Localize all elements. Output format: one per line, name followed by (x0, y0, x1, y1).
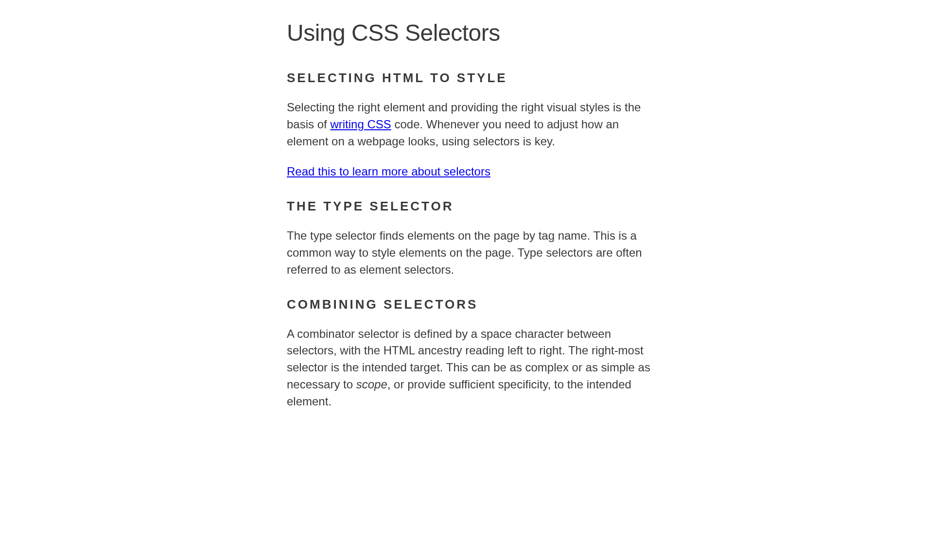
section-heading-type-selector: THE TYPE SELECTOR (287, 199, 656, 214)
section-heading-selecting: SELECTING HTML TO STYLE (287, 70, 656, 86)
section-paragraph-selecting: Selecting the right element and providin… (287, 99, 656, 150)
learn-more-selectors-link[interactable]: Read this to learn more about selectors (287, 165, 490, 178)
section-paragraph-combining: A combinator selector is defined by a sp… (287, 326, 656, 410)
writing-css-link[interactable]: writing CSS (330, 118, 391, 131)
standalone-link-paragraph: Read this to learn more about selectors (287, 163, 656, 180)
section-heading-combining: COMBINING SELECTORS (287, 297, 656, 312)
scope-emphasis: scope (356, 378, 387, 391)
page-title: Using CSS Selectors (287, 19, 656, 46)
section-paragraph-type-selector: The type selector finds elements on the … (287, 228, 656, 278)
document-container: Using CSS Selectors SELECTING HTML TO ST… (277, 19, 666, 410)
